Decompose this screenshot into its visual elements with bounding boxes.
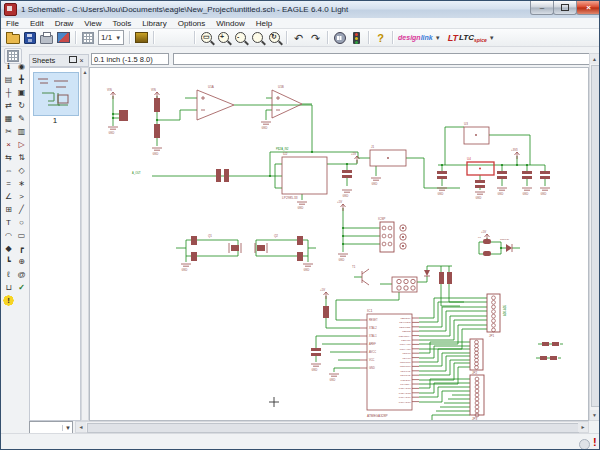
tool-miter[interactable]: ∠ [2,190,15,203]
menu-view[interactable]: View [84,19,101,28]
eagle-window: 1 Schematic - C:\Users\Jlou\Documents\ea… [0,0,600,450]
svg-text:GND: GND [304,268,310,272]
tool-label[interactable]: ℓ [2,268,15,281]
tool-pinswap[interactable]: ⇆ [2,151,15,164]
zoom-fit-button[interactable]: ▭ [198,30,215,46]
svg-text:PB0/ICP: PB0/ICP [401,339,411,342]
tool-show[interactable]: ◉ [15,60,28,73]
menu-window[interactable]: Window [216,19,244,28]
tool-cut[interactable]: ✂ [2,125,15,138]
svg-text:IC1: IC1 [367,309,373,313]
designlink-button[interactable]: designlink▼ [398,34,444,41]
svg-text:PD0/RXD: PD0/RXD [400,374,411,377]
command-input[interactable] [173,53,597,65]
menu-library[interactable]: Library [142,19,166,28]
menu-draw[interactable]: Draw [55,19,74,28]
print-button[interactable] [38,30,55,46]
menu-tools[interactable]: Tools [113,19,132,28]
menu-help[interactable]: Help [256,19,272,28]
sheets-scrollbar[interactable]: ▲ [81,67,89,421]
scroll-right-icon[interactable]: ► [578,422,588,432]
horizontal-scroll-thumb[interactable] [87,423,579,433]
svg-text:GND: GND [541,192,547,196]
zoom-icon: - [235,32,246,43]
stop-button[interactable] [331,30,348,46]
tool-delete[interactable]: × [2,138,15,151]
close-button[interactable]: × [576,1,600,15]
save-button[interactable] [21,30,38,46]
tool-gateswap[interactable]: ⇅ [15,151,28,164]
zoom-out-button[interactable]: - [232,30,249,46]
horizontal-scrollbar[interactable]: ◄ ► [75,421,589,433]
tool-copy[interactable]: ▣ [15,86,28,99]
sheet-thumbnail[interactable] [33,72,79,116]
tool-info[interactable]: ℹ [2,60,15,73]
menu-options[interactable]: Options [178,19,206,28]
tool-value[interactable]: = [2,177,15,190]
close-panel-button[interactable]: × [77,56,86,65]
status-bar: ! [1,433,600,450]
undo-button[interactable]: ↶ [290,30,307,46]
tool-arc[interactable]: ◠ [2,229,15,242]
tool-net[interactable]: ┗ [2,255,15,268]
tool-replace[interactable]: ⇔ [2,164,15,177]
tool-wire[interactable]: ╱ [15,203,28,216]
tool-invoke[interactable]: ⊞ [2,203,15,216]
tool-errors[interactable]: ! [2,294,15,307]
grid-settings-button[interactable] [79,30,96,46]
lt-logo-icon: LT [448,33,458,43]
tool-smash[interactable]: ∗ [15,177,28,190]
zoom-redraw-button[interactable]: ↻ [266,30,283,46]
tool-group[interactable]: ▦ [2,112,15,125]
tool-display[interactable]: ▤ [2,73,15,86]
svg-text:ICSP: ICSP [378,217,385,221]
tool-mark[interactable]: ╋ [15,73,28,86]
help-button[interactable]: ? [372,30,389,46]
zoom-select-button[interactable] [249,30,266,46]
tool-rect[interactable]: ▭ [15,229,28,242]
menu-edit[interactable]: Edit [30,19,44,28]
ltspice-button[interactable]: LTLTCspice▼ [448,33,498,43]
svg-text:VIN: VIN [107,88,112,92]
toolbar-separator [75,31,76,44]
use-library-button[interactable] [133,30,150,46]
open-schematic-button[interactable] [157,30,174,46]
tool-name[interactable]: ◇ [15,164,28,177]
scroll-up-icon[interactable]: ▲ [590,54,599,64]
float-panel-button[interactable] [68,56,77,65]
tool-text[interactable]: T [2,216,15,229]
tool-dimension[interactable]: ⊔ [2,281,15,294]
menu-file[interactable]: File [6,19,19,28]
minimize-button[interactable]: – [530,1,554,15]
tool-polygon[interactable]: ◆ [2,242,15,255]
zoom-in-button[interactable]: + [215,30,232,46]
schematic-canvas[interactable]: GNDGNDGNDGNDGNDGNDGNDGNDGNDGNDGNDGNDGNDG… [89,67,589,421]
tool-junction[interactable]: ⊕ [15,255,28,268]
tool-paste[interactable]: ▥ [15,125,28,138]
sheets-panel-header: Sheets × [29,54,89,67]
tool-rotate[interactable]: ↻ [15,99,28,112]
vertical-scroll-thumb[interactable] [591,65,600,407]
tool-add[interactable]: ▷ [15,138,28,151]
open-button[interactable] [4,30,21,46]
cam-processor-button[interactable] [55,30,72,46]
tool-split[interactable]: > [15,190,28,203]
tool-circle[interactable]: ○ [15,216,28,229]
tool-mirror[interactable]: ⇄ [2,99,15,112]
save-icon [24,32,36,44]
maximize-button[interactable] [553,1,577,15]
scale-combo-button[interactable]: 1/1▼ [98,30,124,45]
tool-erc[interactable]: ✓ [15,281,28,294]
tool-move[interactable]: ┼ [2,86,15,99]
vertical-scrollbar[interactable]: ▲ ▼ [589,53,600,421]
redo-button[interactable]: ↷ [307,30,324,46]
run-script-button[interactable] [348,30,365,46]
scroll-left-icon[interactable]: ◄ [76,422,86,432]
tool-change[interactable]: ✎ [15,112,28,125]
scroll-down-icon[interactable]: ▼ [590,410,599,420]
tool-attribute[interactable]: @ [15,268,28,281]
svg-text:AVCC: AVCC [369,350,376,354]
zoom-icon: ▭ [201,32,212,43]
tool-bus[interactable]: ┏ [15,242,28,255]
switch-board-button[interactable] [174,30,191,46]
